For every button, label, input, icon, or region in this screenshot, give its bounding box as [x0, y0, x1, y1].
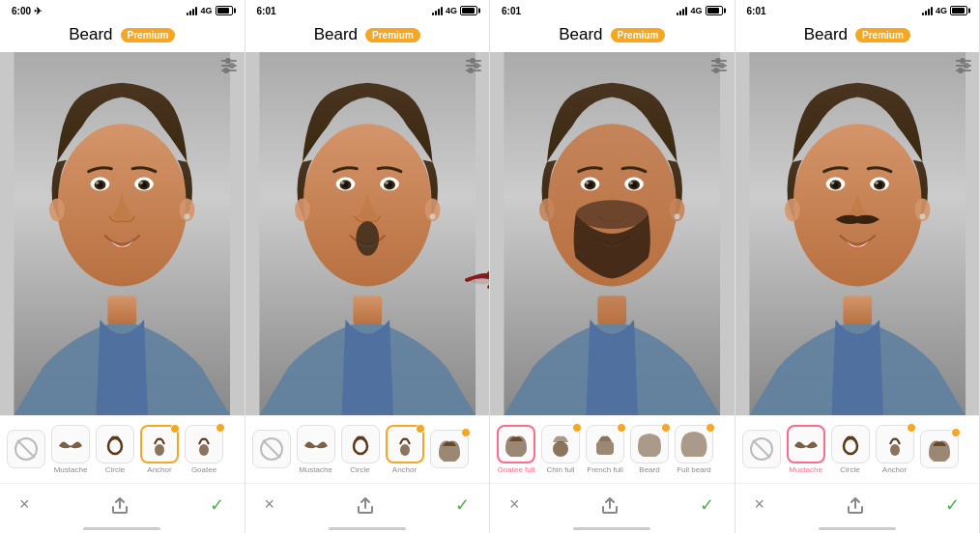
cancel-button[interactable]: ×	[509, 494, 520, 515]
home-bar	[573, 527, 650, 530]
cancel-button[interactable]: ×	[19, 494, 30, 515]
slider-adjust-icon[interactable]	[466, 60, 481, 71]
beard-option-none[interactable]	[6, 430, 46, 470]
face-image-area	[0, 52, 245, 415]
status-time: 6:01	[747, 6, 766, 16]
svg-point-12	[139, 182, 143, 184]
premium-badge[interactable]: Premium	[365, 28, 420, 42]
slider-adjust-icon[interactable]	[711, 60, 727, 71]
svg-rect-20	[353, 295, 382, 324]
cancel-button[interactable]: ×	[755, 494, 765, 515]
premium-badge[interactable]: Premium	[611, 28, 666, 42]
beard-option-mustache[interactable]: Mustache	[786, 425, 826, 474]
share-button[interactable]	[108, 493, 131, 517]
status-bar: 6:00 ✈ 4G	[0, 0, 245, 21]
signal-bars	[432, 6, 443, 15]
confirm-button[interactable]: ✓	[700, 494, 714, 516]
signal-bar-2	[679, 11, 681, 15]
beard-icon-wrap	[831, 425, 870, 463]
svg-point-32	[356, 221, 379, 256]
status-time: 6:01	[257, 6, 276, 16]
share-button[interactable]	[598, 493, 621, 517]
svg-rect-1	[107, 295, 136, 324]
beard-option-column2[interactable]	[919, 430, 960, 470]
svg-point-22	[295, 198, 310, 221]
beard-icon-wrap	[787, 425, 825, 463]
status-bar: 6:01 4G	[735, 0, 980, 21]
cancel-button[interactable]: ×	[265, 494, 275, 515]
svg-rect-39	[597, 295, 626, 324]
beard-option-anchor[interactable]: Anchor	[875, 425, 915, 474]
svg-point-17	[155, 444, 164, 456]
beard-option-mustache[interactable]: Mustache	[296, 425, 336, 474]
premium-badge[interactable]: Premium	[855, 28, 910, 42]
header-title: Beard	[314, 25, 358, 44]
share-button[interactable]	[844, 493, 867, 517]
beard-label: Circle	[350, 465, 369, 474]
beard-option-none[interactable]	[251, 430, 292, 470]
beard-option-chin-full[interactable]: Chin full	[540, 425, 581, 474]
slider-line-3	[221, 70, 237, 71]
action-bar: × ✓	[0, 483, 245, 525]
status-bar: 6:01 4G	[490, 0, 735, 21]
svg-point-18	[199, 444, 209, 456]
phone-panel-2: 6:01 4G Beard Premium	[245, 0, 491, 533]
beard-option-goatee[interactable]: Goatee	[184, 425, 224, 474]
beard-option-anchor[interactable]: Anchor	[385, 425, 425, 474]
beard-selector: Mustache Circle Anchor Goatee	[0, 415, 245, 483]
signal-bar-1	[187, 13, 188, 15]
beard-option-none[interactable]	[741, 430, 782, 470]
signal-bar-1	[432, 13, 434, 15]
beard-label: Circle	[840, 465, 859, 474]
beard-option-circle[interactable]: Circle	[95, 425, 135, 474]
beard-option-circle[interactable]: Circle	[830, 425, 871, 474]
beard-option-full-beard[interactable]: Full beard	[674, 425, 714, 474]
beard-label: Mustache	[789, 465, 822, 474]
beard-label: Anchor	[392, 465, 417, 474]
slider-adjust-icon[interactable]	[221, 60, 237, 71]
premium-badge[interactable]: Premium	[121, 28, 176, 42]
home-indicator	[0, 525, 245, 533]
status-right: 4G	[187, 6, 232, 15]
signal-bar-3	[192, 9, 194, 15]
svg-rect-56	[843, 295, 872, 324]
battery-icon	[460, 6, 477, 15]
confirm-button[interactable]: ✓	[210, 494, 224, 516]
beard-icon-wrap	[430, 430, 469, 468]
signal-bar-4	[195, 7, 197, 15]
battery-fill	[462, 8, 475, 14]
slider-line-1	[711, 60, 727, 62]
slider-adjust-icon[interactable]	[956, 60, 971, 71]
beard-label: Anchor	[147, 465, 171, 474]
home-bar	[329, 527, 406, 530]
network-label: 4G	[446, 6, 457, 15]
home-indicator	[490, 525, 735, 533]
svg-point-72	[890, 444, 900, 456]
face-panel	[735, 52, 980, 415]
share-icon	[599, 494, 620, 516]
face-illustration	[490, 52, 735, 415]
beard-icon-wrap	[630, 425, 669, 463]
svg-point-27	[340, 182, 344, 184]
beard-option-french-full[interactable]: French full	[585, 425, 625, 474]
home-bar	[83, 527, 160, 530]
confirm-button[interactable]: ✓	[455, 494, 470, 516]
confirm-button[interactable]: ✓	[945, 494, 960, 516]
beard-option-goatee-full[interactable]: Goatee full	[496, 425, 536, 474]
signal-bar-3	[928, 9, 930, 15]
beard-option-mustache[interactable]: Mustache	[50, 425, 91, 474]
action-bar: × ✓	[735, 483, 980, 525]
beard-option-beard[interactable]: Beard	[629, 425, 670, 474]
beard-option-column[interactable]	[429, 430, 470, 470]
slider-line-2	[466, 65, 481, 67]
share-button[interactable]	[354, 493, 377, 517]
beard-icon-wrap	[876, 425, 914, 463]
beard-option-anchor[interactable]: Anchor	[139, 425, 180, 474]
beard-label: Anchor	[882, 465, 907, 474]
battery-fill	[952, 8, 965, 14]
status-right: 4G	[922, 6, 967, 15]
header-title: Beard	[804, 25, 848, 44]
beard-option-circle[interactable]: Circle	[340, 425, 381, 474]
status-time: 6:01	[502, 6, 521, 16]
svg-point-8	[96, 182, 100, 184]
